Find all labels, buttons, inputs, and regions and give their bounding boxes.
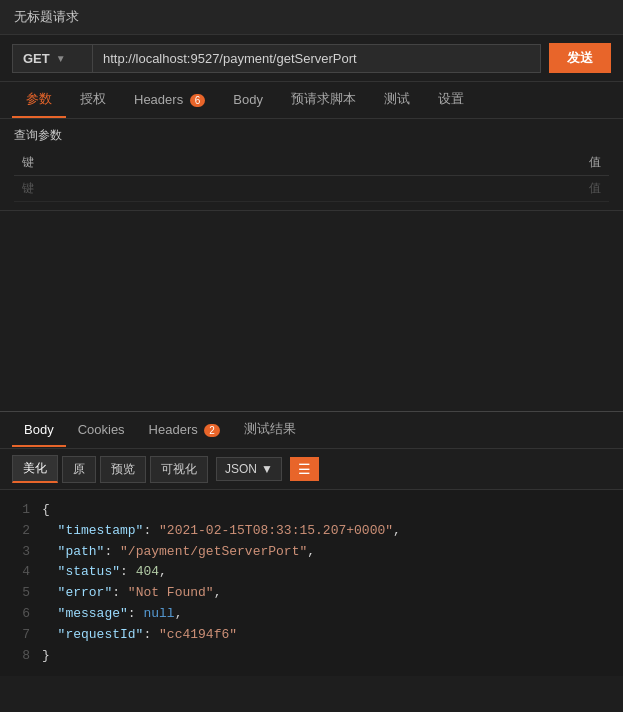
response-format-row: 美化 原 预览 可视化 JSON ▼ ☰ xyxy=(0,449,623,490)
tab-tests[interactable]: 测试 xyxy=(370,82,424,118)
query-params-label: 查询参数 xyxy=(14,127,609,144)
format-type-label: JSON xyxy=(225,462,257,476)
code-line-5: 5 "error": "Not Found", xyxy=(14,583,609,604)
url-input[interactable] xyxy=(92,44,541,73)
param-value-cell[interactable]: 值 xyxy=(312,176,610,202)
code-line-7: 7 "requestId": "cc4194f6" xyxy=(14,625,609,646)
response-tab-cookies[interactable]: Cookies xyxy=(66,414,137,447)
tab-body[interactable]: Body xyxy=(219,84,277,117)
format-raw-btn[interactable]: 原 xyxy=(62,456,96,483)
params-table: 键 值 键 值 xyxy=(14,150,609,202)
chevron-down-icon: ▼ xyxy=(261,462,273,476)
format-type-select[interactable]: JSON ▼ xyxy=(216,457,282,481)
response-tab-body[interactable]: Body xyxy=(12,414,66,447)
empty-area xyxy=(0,211,623,411)
request-bar: GET ▼ 发送 xyxy=(0,35,623,82)
code-line-1: 1 { xyxy=(14,500,609,521)
col-key-header: 键 xyxy=(14,150,312,176)
code-line-6: 6 "message": null, xyxy=(14,604,609,625)
format-visualize-btn[interactable]: 可视化 xyxy=(150,456,208,483)
chevron-down-icon: ▼ xyxy=(56,53,66,64)
table-row: 键 值 xyxy=(14,176,609,202)
tab-prerequest[interactable]: 预请求脚本 xyxy=(277,82,370,118)
code-line-4: 4 "status": 404, xyxy=(14,562,609,583)
window-title: 无标题请求 xyxy=(0,0,623,35)
param-key-cell[interactable]: 键 xyxy=(14,176,312,202)
method-text: GET xyxy=(23,51,50,66)
response-headers-badge: 2 xyxy=(204,424,220,437)
format-preview-btn[interactable]: 预览 xyxy=(100,456,146,483)
format-pretty-btn[interactable]: 美化 xyxy=(12,455,58,483)
query-params-section: 查询参数 键 值 键 值 xyxy=(0,119,623,211)
tab-settings[interactable]: 设置 xyxy=(424,82,478,118)
headers-badge: 6 xyxy=(190,94,206,107)
response-tab-test-results[interactable]: 测试结果 xyxy=(232,412,308,448)
response-tab-headers[interactable]: Headers 2 xyxy=(137,414,232,447)
code-line-3: 3 "path": "/payment/getServerPort", xyxy=(14,542,609,563)
response-tabs: Body Cookies Headers 2 测试结果 xyxy=(0,411,623,449)
code-line-2: 2 "timestamp": "2021-02-15T08:33:15.207+… xyxy=(14,521,609,542)
request-tabs: 参数 授权 Headers 6 Body 预请求脚本 测试 设置 xyxy=(0,82,623,119)
tab-headers[interactable]: Headers 6 xyxy=(120,84,219,117)
col-value-header: 值 xyxy=(312,150,610,176)
response-body: 1 { 2 "timestamp": "2021-02-15T08:33:15.… xyxy=(0,490,623,676)
send-button[interactable]: 发送 xyxy=(549,43,611,73)
tab-auth[interactable]: 授权 xyxy=(66,82,120,118)
method-select[interactable]: GET ▼ xyxy=(12,44,92,73)
wrap-toggle-btn[interactable]: ☰ xyxy=(290,457,319,481)
wrap-icon: ☰ xyxy=(298,461,311,477)
tab-params[interactable]: 参数 xyxy=(12,82,66,118)
code-line-8: 8 } xyxy=(14,646,609,667)
